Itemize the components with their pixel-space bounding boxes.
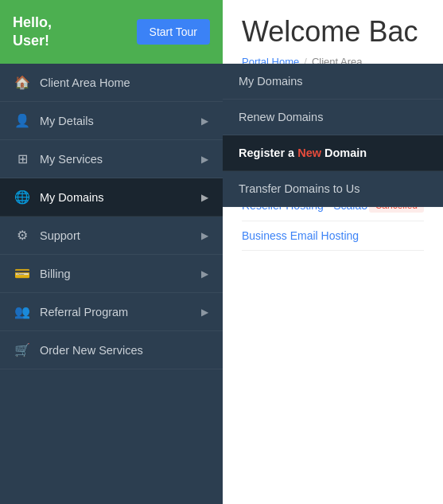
sidebar-item-my-domains[interactable]: 🌐 My Domains ▶: [0, 178, 223, 217]
sidebar-item-label: My Services: [40, 153, 103, 166]
sidebar-greeting: Hello, User!: [13, 14, 52, 51]
new-text: New: [297, 147, 321, 159]
greeting-text: Hello,: [13, 14, 52, 32]
billing-icon: 💳: [14, 266, 30, 281]
dropdown-item-my-domains[interactable]: My Domains: [223, 64, 443, 100]
sidebar-item-support[interactable]: ⚙ Support ▶: [0, 217, 223, 255]
welcome-title: Welcome Bac: [242, 16, 424, 48]
sidebar: Hello, User! Start Tour 🏠 Client Area Ho…: [0, 0, 223, 504]
chevron-right-icon: ▶: [201, 115, 208, 127]
user-icon: 👤: [14, 113, 30, 128]
sidebar-item-billing[interactable]: 💳 Billing ▶: [0, 255, 223, 293]
services-icon: ⊞: [14, 151, 30, 166]
dropdown-item-label: Renew Domains: [239, 111, 323, 123]
sidebar-item-label: My Domains: [40, 191, 104, 204]
sidebar-item-label: Billing: [40, 268, 71, 280]
sidebar-header: Hello, User! Start Tour: [0, 0, 223, 64]
sidebar-item-label: My Details: [40, 115, 94, 127]
sidebar-item-my-details[interactable]: 👤 My Details ▶: [0, 102, 223, 140]
home-icon: 🏠: [14, 75, 30, 90]
dropdown-item-label: Transfer Domains to Us: [239, 182, 360, 195]
sidebar-item-my-services[interactable]: ⊞ My Services ▶: [0, 140, 223, 178]
support-icon: ⚙: [14, 228, 30, 243]
start-tour-button[interactable]: Start Tour: [137, 19, 210, 45]
sidebar-item-label: Support: [40, 229, 80, 242]
sidebar-item-referral-program[interactable]: 👥 Referral Program ▶: [0, 293, 223, 331]
chevron-right-icon: ▶: [201, 230, 208, 241]
service-row-2: Business Email Hosting: [242, 221, 424, 251]
chevron-right-icon: ▶: [201, 154, 208, 165]
username-text: User!: [13, 32, 52, 50]
sidebar-item-order-new-services[interactable]: 🛒 Order New Services: [0, 331, 223, 369]
sidebar-item-client-area-home[interactable]: 🏠 Client Area Home: [0, 64, 223, 102]
domains-icon: 🌐: [14, 189, 30, 205]
chevron-right-icon: ▶: [201, 192, 208, 203]
dropdown-item-renew-domains[interactable]: Renew Domains: [223, 100, 443, 135]
cart-icon: 🛒: [14, 342, 30, 357]
dropdown-item-label: My Domains: [239, 75, 303, 88]
dropdown-item-register-domain[interactable]: Register a New Domain: [223, 135, 443, 171]
sidebar-item-label: Referral Program: [40, 306, 128, 318]
dropdown-item-label: Register a New Domain: [239, 147, 367, 159]
referral-icon: 👥: [14, 304, 30, 319]
dropdown-item-transfer-domains[interactable]: Transfer Domains to Us: [223, 171, 443, 207]
sidebar-item-label: Client Area Home: [40, 76, 130, 89]
sidebar-item-label: Order New Services: [40, 344, 143, 357]
chevron-right-icon: ▶: [201, 307, 208, 318]
chevron-right-icon: ▶: [201, 268, 208, 279]
service-name-link[interactable]: Business Email Hosting: [242, 229, 359, 242]
my-domains-dropdown: My Domains Renew Domains Register a New …: [223, 64, 443, 207]
